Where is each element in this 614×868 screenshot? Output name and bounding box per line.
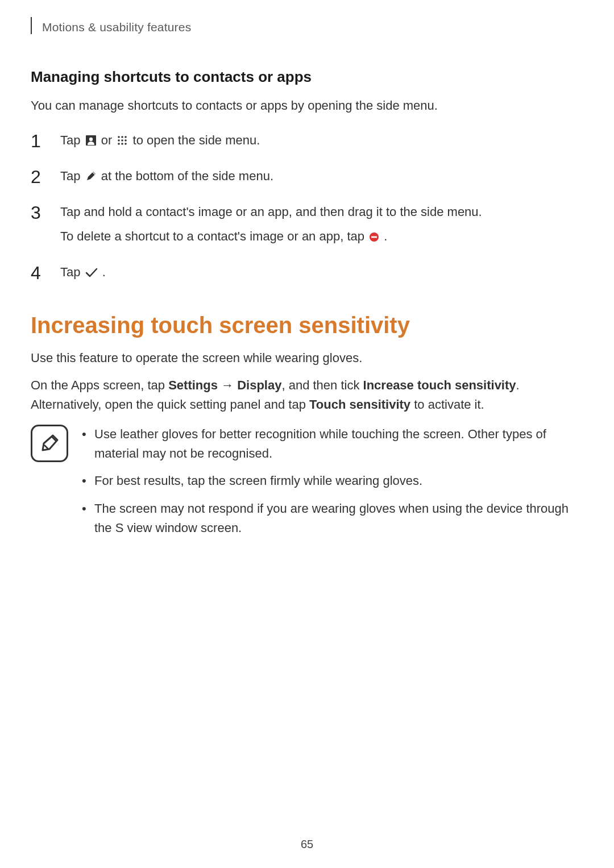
note-item: The screen may not respond if you are we… [80,499,580,538]
svg-line-14 [44,445,48,449]
text: to activate it. [410,397,484,412]
chapter-title: Motions & usability features [42,20,191,34]
svg-point-5 [118,139,121,142]
step-text: or [101,133,116,147]
text: , and then tick [281,378,363,392]
note-item: Use leather gloves for better recognitio… [80,425,580,463]
step-text: Tap [60,169,84,183]
manual-page: Motions & usability features Managing sh… [0,0,614,868]
step-text: Tap and hold a contact's image or an app… [60,202,580,221]
svg-point-10 [125,143,127,145]
svg-point-7 [125,139,127,142]
text-bold-display: Display [237,378,281,392]
step-text: to open the side menu. [133,133,260,147]
step-3: Tap and hold a contact's image or an app… [31,202,580,246]
text-bold-touch-sensitivity: Touch sensitivity [309,397,410,412]
paragraph-use-feature: Use this feature to operate the screen w… [31,348,580,368]
svg-rect-12 [371,236,377,238]
step-4: Tap . [31,263,580,281]
note-icon [31,425,68,462]
text-bold-increase-touch: Increase touch sensitivity [363,378,516,392]
delete-minus-icon [369,232,379,242]
note-item: For best results, tap the screen firmly … [80,471,580,491]
step-text: Tap [60,265,84,279]
svg-point-1 [89,138,92,141]
intro-paragraph: You can manage shortcuts to contacts or … [31,96,580,115]
step-1: Tap or to open the sid [31,131,580,149]
text-arrow: → [218,378,237,392]
chapter-header-rule: Motions & usability features [31,17,580,34]
page-number: 65 [0,838,614,851]
note-block: Use leather gloves for better recognitio… [31,425,580,545]
subheading-managing-shortcuts: Managing shortcuts to contacts or apps [31,68,580,86]
step-text: . [102,265,106,279]
svg-point-6 [122,139,124,142]
checkmark-icon [85,268,98,278]
svg-point-8 [118,143,121,145]
svg-point-4 [125,136,127,138]
steps-list: Tap or to open the sid [31,131,580,281]
step-text: Tap [60,133,84,147]
text: On the Apps screen, tap [31,378,168,392]
step-2: Tap at the bottom of the side menu. [31,167,580,185]
text-bold-settings: Settings [168,378,218,392]
step-text: . [384,229,387,243]
svg-point-2 [118,136,121,138]
apps-grid-icon [117,135,128,146]
paragraph-instructions: On the Apps screen, tap Settings → Displ… [31,376,580,414]
svg-point-3 [122,136,124,138]
edit-pencil-icon [85,171,97,182]
step-text: To delete a shortcut to a contact's imag… [60,229,368,243]
svg-point-9 [122,143,124,145]
note-list: Use leather gloves for better recognitio… [80,425,580,545]
step-text: at the bottom of the side menu. [101,169,273,183]
section-title-touch-sensitivity: Increasing touch screen sensitivity [31,313,580,338]
contact-tab-icon [85,135,97,146]
